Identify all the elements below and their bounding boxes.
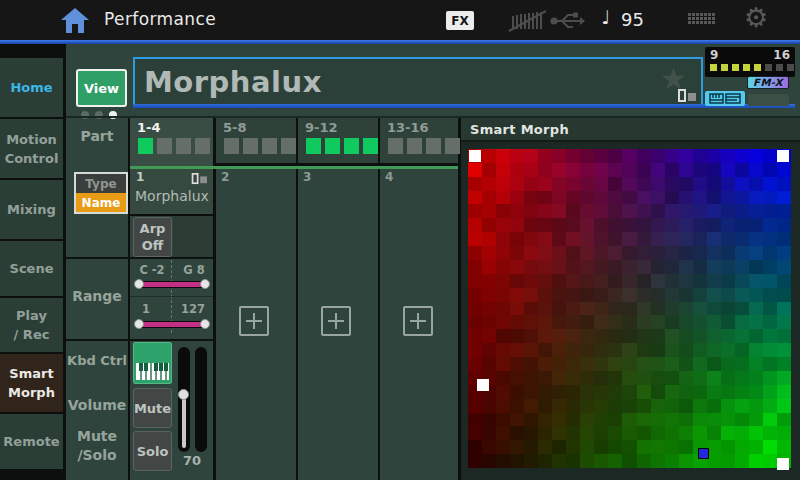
sidebar-item-remote[interactable]: Remote (0, 414, 63, 469)
type-toggle-option[interactable]: Type (76, 174, 126, 193)
slider-handle-low[interactable] (134, 279, 144, 289)
sq-off (195, 138, 210, 154)
part-group-tab-5-8[interactable]: 5-8 (216, 118, 296, 163)
row-label-mute-solo: /Solo (66, 447, 128, 463)
divider (66, 339, 213, 341)
utility-gear-icon[interactable]: ⚙ (744, 2, 768, 33)
led-off (765, 64, 772, 71)
performance-home-screen: Performance FX ♩ 95 ⚙ (0, 0, 800, 480)
tab-label: 5-8 (223, 120, 247, 135)
sidebar-label: Motion (6, 130, 57, 149)
morph-marker-white[interactable] (477, 379, 489, 391)
velocity-range-slider[interactable] (136, 321, 208, 328)
sidebar-label: Mixing (7, 200, 56, 219)
sq-on (344, 138, 359, 154)
tempo-value[interactable]: 95 (621, 9, 644, 30)
kbd-ctrl-button[interactable] (133, 342, 172, 384)
tab-label: 13-16 (387, 120, 429, 135)
add-part-3-button[interactable] (321, 306, 351, 336)
menu-grid-icon[interactable] (688, 13, 715, 24)
sq-off (407, 138, 422, 154)
part-2-number: 2 (221, 170, 229, 184)
arp-on-off-button[interactable]: Arp Off (133, 217, 172, 257)
sq-off (426, 138, 441, 154)
divider (130, 296, 213, 297)
add-part-4-button[interactable] (403, 306, 433, 336)
sidebar-item-motion-control[interactable]: Motion Control (0, 119, 63, 178)
part-group-tab-13-16[interactable]: 13-16 (380, 118, 458, 163)
midi-local-off-icon (505, 8, 549, 37)
sq-off (262, 138, 277, 154)
sq-off (388, 138, 403, 154)
header-underline (133, 104, 795, 108)
keyboard-control-badge[interactable] (705, 91, 745, 106)
sidebar-item-play-rec[interactable]: Play / Rec (0, 298, 63, 352)
flag-outline (192, 173, 199, 184)
arp-label: Arp (140, 220, 166, 237)
divider (296, 118, 298, 480)
morph-map-area[interactable] (468, 149, 791, 468)
sidebar-item-scene[interactable]: Scene (0, 241, 63, 296)
slider-handle-low[interactable] (134, 319, 144, 329)
part-group-tab-1-4[interactable]: 1-4 (130, 118, 213, 166)
sidebar-item-smart-morph[interactable]: Smart Morph (0, 354, 63, 412)
part-1-name-cell[interactable]: 1 Morphalux (130, 169, 213, 214)
fx-indicator[interactable]: FX (446, 11, 474, 30)
view-button[interactable]: View (76, 69, 127, 107)
led-on (732, 64, 739, 71)
part-activity-squares (138, 138, 210, 154)
sq-on (138, 138, 153, 154)
volume-slider-handle[interactable] (178, 389, 189, 400)
led-on (743, 64, 750, 71)
keyboard-icon (136, 363, 169, 380)
slider-handle-high[interactable] (200, 319, 210, 329)
top-bar: Performance FX ♩ 95 ⚙ (0, 0, 800, 40)
name-toggle-option[interactable]: Name (76, 193, 126, 212)
add-part-2-button[interactable] (239, 306, 269, 336)
divider (378, 118, 380, 480)
sidebar-item-mixing[interactable]: Mixing (0, 180, 63, 239)
type-name-toggle[interactable]: Type Name (74, 172, 128, 214)
led-on (721, 64, 728, 71)
smart-morph-title: Smart Morph (470, 122, 569, 137)
home-icon[interactable] (60, 7, 90, 34)
row-label-part: Part (66, 128, 128, 144)
led-on (710, 64, 717, 71)
note-range-high: G 8 (176, 263, 212, 277)
part-activity-squares (388, 138, 460, 154)
note-range-slider[interactable] (136, 281, 208, 288)
status-spacer (748, 94, 789, 106)
performance-name-field[interactable]: Morphalux (133, 57, 703, 106)
led-off (776, 64, 783, 71)
engine-badge-fmx: FM-X (747, 76, 789, 89)
slider-fill (139, 282, 205, 287)
tempo-note-icon: ♩ (601, 6, 610, 28)
mute-button[interactable]: Mute (133, 388, 172, 428)
part-category-flag-icon (192, 173, 207, 184)
note-range-low: C -2 (132, 263, 172, 277)
part-group-tab-9-12[interactable]: 9-12 (298, 118, 378, 163)
slider-fill (139, 322, 205, 327)
sidebar-item-home[interactable]: Home (0, 58, 63, 117)
arp-cell-bg (173, 216, 213, 257)
sidebar-label: Play (16, 306, 47, 325)
led-on (754, 64, 761, 71)
divider (213, 118, 216, 480)
sq-on (306, 138, 321, 154)
morph-marker-white[interactable] (777, 458, 789, 470)
slider-handle-high[interactable] (200, 279, 210, 289)
part-status-panel: 9 16 (705, 47, 795, 77)
solo-button[interactable]: Solo (133, 431, 172, 471)
volume-value: 70 (176, 453, 208, 468)
morph-marker-blue[interactable] (698, 448, 709, 459)
flag-fill (688, 93, 696, 101)
morph-marker-white[interactable] (777, 150, 789, 162)
part-range-end: 16 (773, 48, 790, 62)
row-label-kbd-ctrl: Kbd Ctrl (66, 353, 128, 368)
part-range-start: 9 (710, 48, 718, 62)
flag-outline (678, 89, 686, 102)
screen-title: Performance (104, 9, 216, 29)
smart-morph-map[interactable] (468, 149, 791, 468)
sidebar-label: Remote (3, 432, 59, 451)
morph-marker-white[interactable] (469, 150, 481, 162)
